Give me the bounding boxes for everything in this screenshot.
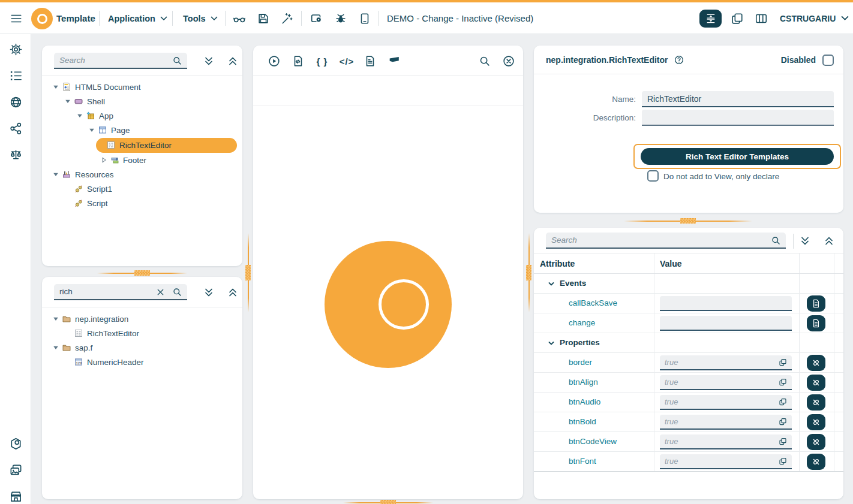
attributes-search-input[interactable]: Search — [546, 233, 786, 249]
attr-group-row[interactable]: Events — [534, 274, 843, 294]
tree-item[interactable]: Shell — [42, 94, 242, 108]
split-view-button[interactable] — [699, 10, 722, 28]
chevron-expanded-icon[interactable] — [52, 344, 59, 351]
attribute-name-link[interactable]: btnFont — [569, 457, 596, 466]
code-icon[interactable]: </> — [340, 56, 355, 67]
run-icon[interactable] — [268, 55, 281, 68]
globe-icon[interactable] — [9, 95, 23, 109]
chevron-expanded-icon[interactable] — [88, 126, 95, 134]
value-input[interactable]: true — [660, 415, 792, 430]
unbind-button[interactable] — [807, 414, 825, 430]
value-input[interactable] — [660, 316, 792, 331]
description-input[interactable] — [642, 110, 834, 126]
braces-icon[interactable]: { } — [317, 56, 328, 67]
tree-item[interactable]: Script — [42, 196, 242, 210]
outline-search-input[interactable]: Search — [54, 53, 187, 69]
splitter-right-vertical[interactable] — [526, 233, 531, 312]
value-input[interactable]: true — [660, 434, 792, 449]
tree-item-selected[interactable]: RichTextEditor — [42, 137, 242, 153]
snapshot-button[interactable] — [310, 2, 323, 34]
collapse-all-icon[interactable] — [824, 236, 834, 246]
tree-item[interactable]: Page — [42, 123, 242, 137]
splitter-grip[interactable] — [380, 500, 396, 504]
value-input[interactable]: true — [660, 395, 792, 410]
menu-tools[interactable]: Tools — [183, 2, 218, 34]
tree-item[interactable]: HTML5 Document — [42, 80, 242, 94]
tree-item[interactable]: nep.integration — [42, 312, 242, 326]
search-icon[interactable] — [172, 286, 183, 298]
value-input[interactable]: true — [660, 454, 792, 469]
unbind-button[interactable] — [807, 375, 825, 391]
copy-icon[interactable] — [778, 358, 788, 367]
app-logo[interactable] — [31, 8, 53, 29]
attribute-name-link[interactable]: btnBold — [569, 417, 596, 426]
chevron-collapsed-icon[interactable] — [100, 156, 107, 164]
close-icon[interactable] — [502, 55, 515, 68]
tree-item[interactable]: Footer — [42, 153, 242, 167]
wizard-button[interactable] — [281, 2, 294, 34]
help-icon[interactable] — [674, 55, 684, 65]
chevron-expanded-icon[interactable] — [64, 98, 71, 105]
settings-icon[interactable] — [9, 43, 23, 56]
collapse-all-icon[interactable] — [227, 287, 238, 298]
script-editor-button[interactable] — [807, 295, 825, 312]
declare-checkbox[interactable] — [647, 170, 659, 182]
splitter-grip[interactable] — [526, 265, 531, 280]
tree-item[interactable]: App — [42, 108, 242, 123]
splitter-grip[interactable] — [245, 265, 251, 280]
search-icon[interactable] — [172, 55, 183, 67]
splitter-bottom-horizontal[interactable] — [343, 500, 433, 504]
rich-text-editor-templates-button[interactable]: Rich Text Editor Templates — [641, 148, 834, 165]
debug-button[interactable] — [334, 2, 347, 34]
menu-icon[interactable] — [10, 2, 23, 34]
unbind-button[interactable] — [807, 454, 825, 470]
preview-button[interactable] — [233, 2, 246, 34]
chevron-expanded-icon[interactable] — [52, 171, 59, 178]
copy-icon[interactable] — [778, 378, 788, 387]
expand-all-icon[interactable] — [800, 236, 810, 246]
layout-columns-button[interactable] — [755, 2, 768, 34]
attribute-name-link[interactable]: btnAlign — [569, 378, 598, 387]
document-icon[interactable] — [364, 55, 377, 68]
search-icon[interactable] — [770, 235, 782, 246]
menu-application[interactable]: Application — [108, 2, 167, 34]
attribute-name-link[interactable]: change — [569, 318, 595, 327]
chevron-down-icon[interactable] — [548, 280, 555, 288]
duplicate-button[interactable] — [731, 2, 744, 34]
copy-icon[interactable] — [778, 457, 788, 466]
expand-all-icon[interactable] — [203, 287, 214, 298]
expand-all-icon[interactable] — [203, 56, 214, 67]
splitter-right-horizontal[interactable] — [624, 218, 752, 224]
unbind-button[interactable] — [807, 394, 825, 411]
disabled-checkbox[interactable] — [822, 55, 834, 66]
attribute-name-link[interactable]: btnAudio — [569, 397, 600, 406]
media-icon[interactable] — [9, 463, 23, 477]
user-menu[interactable]: CSTRUGARIU — [780, 2, 849, 34]
copy-icon[interactable] — [778, 417, 788, 427]
rules-icon[interactable] — [9, 148, 23, 162]
value-input[interactable] — [660, 296, 792, 311]
copy-icon[interactable] — [778, 437, 788, 446]
chevron-expanded-icon[interactable] — [52, 315, 59, 322]
tree-item[interactable]: 123 NumericHeader — [42, 355, 242, 369]
unbind-button[interactable] — [807, 355, 825, 371]
tree-item[interactable]: sap.f — [42, 340, 242, 355]
chevron-expanded-icon[interactable] — [76, 112, 83, 119]
collapse-all-icon[interactable] — [227, 56, 238, 67]
search-icon[interactable] — [478, 55, 491, 68]
attribute-name-link[interactable]: btnCodeView — [569, 437, 617, 446]
tree-item[interactable]: Script1 — [42, 182, 242, 196]
palette-search-input[interactable]: rich — [54, 284, 187, 300]
clear-icon[interactable] — [155, 287, 166, 297]
splitter-left-horizontal[interactable] — [97, 270, 187, 276]
tree-item[interactable]: Resources — [42, 167, 242, 182]
name-input[interactable]: RichTextEditor — [642, 91, 834, 107]
paint-icon[interactable] — [388, 55, 401, 68]
splitter-left-vertical[interactable] — [245, 233, 251, 312]
splitter-grip[interactable] — [680, 218, 696, 224]
splitter-grip[interactable] — [134, 270, 150, 276]
attribute-name-link[interactable]: border — [569, 358, 592, 367]
copy-icon[interactable] — [778, 397, 788, 407]
attr-group-row[interactable]: Properties — [534, 333, 843, 353]
value-input[interactable]: true — [660, 355, 792, 370]
